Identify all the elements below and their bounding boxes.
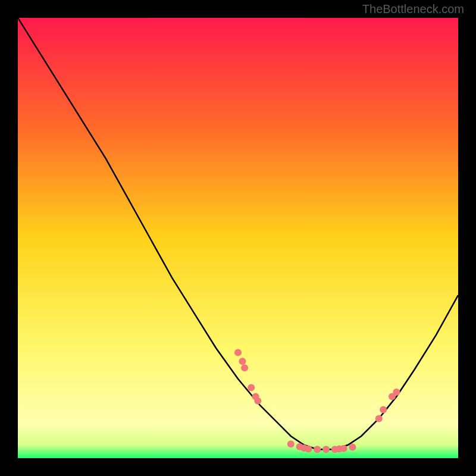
gradient-background xyxy=(18,18,458,458)
data-point xyxy=(380,406,387,414)
data-point xyxy=(314,446,321,453)
data-point xyxy=(248,384,255,392)
data-point xyxy=(349,444,356,451)
data-point xyxy=(254,397,261,405)
chart-container: TheBottleneck.com xyxy=(0,0,476,476)
data-point xyxy=(375,415,383,422)
data-point xyxy=(322,446,330,453)
data-point xyxy=(241,364,248,371)
data-point xyxy=(234,349,242,356)
plot-area xyxy=(18,18,458,458)
chart-svg xyxy=(18,18,458,458)
data-point xyxy=(305,445,312,452)
data-point xyxy=(239,358,246,365)
data-point xyxy=(340,445,347,452)
data-point xyxy=(287,440,295,447)
watermark-text: TheBottleneck.com xyxy=(362,2,464,16)
data-point xyxy=(393,389,400,396)
